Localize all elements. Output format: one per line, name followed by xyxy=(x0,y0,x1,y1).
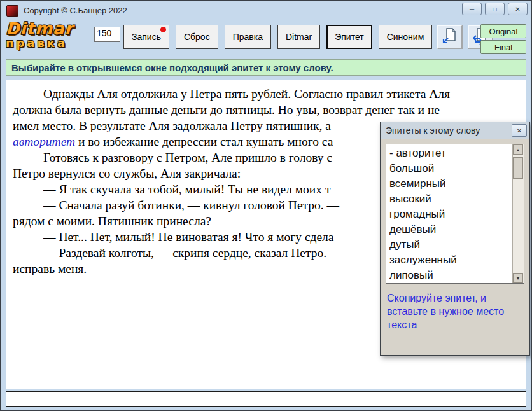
logo-text-ditmar: Ditmar xyxy=(6,20,73,37)
window-controls: ─ □ ✕ xyxy=(462,3,528,15)
popup-close-icon: ✕ xyxy=(517,127,522,134)
maximize-button[interactable]: □ xyxy=(485,3,505,15)
record-button[interactable]: Запись xyxy=(123,25,169,49)
list-item[interactable]: дешёвый xyxy=(386,222,513,237)
record-button-label: Запись xyxy=(132,32,161,42)
instruction-bar: Выбирайте в открывшемся окне подходящий … xyxy=(6,59,526,76)
list-item[interactable]: липовый xyxy=(386,268,513,283)
app-logo: Ditmar правка xyxy=(6,20,73,49)
list-item[interactable]: большой xyxy=(386,161,513,176)
close-icon: ✕ xyxy=(515,6,520,13)
reset-button-label: Сброс xyxy=(184,32,210,42)
list-scrollbar[interactable]: ▲ ▼ xyxy=(512,144,524,283)
counter-field[interactable]: 150 xyxy=(94,27,120,42)
document-line: должна была вернуть данные деньги до пят… xyxy=(13,102,519,118)
instruction-text: Выбирайте в открывшемся окне подходящий … xyxy=(11,62,333,73)
list-item[interactable]: высокий xyxy=(386,192,513,207)
toolbar-buttons: Запись Сброс Правка Ditmar Эпитет Синони… xyxy=(123,25,493,49)
epithets-popup: Эпитеты к этому слову ✕ - авторитет боль… xyxy=(380,122,530,356)
synonym-button-label: Синоним xyxy=(387,32,424,42)
maximize-icon: □ xyxy=(493,6,496,13)
synonym-button[interactable]: Синоним xyxy=(379,25,433,49)
popup-title-bar: Эпитеты к этому слову ✕ xyxy=(381,122,529,139)
list-item[interactable]: - авторитет xyxy=(386,146,513,161)
ditmar-button-label: Ditmar xyxy=(286,32,312,42)
epithet-list: - авторитет большой всемирный высокий гр… xyxy=(386,146,513,283)
scroll-down-icon: ▼ xyxy=(516,276,521,281)
original-button[interactable]: Original xyxy=(480,24,526,38)
edit-button-label: Правка xyxy=(233,32,263,42)
popup-title: Эпитеты к этому слову xyxy=(386,125,480,136)
minimize-icon: ─ xyxy=(470,6,474,13)
toolbar: Ditmar правка 150 Запись Сброс Правка Di… xyxy=(1,20,531,58)
app-icon xyxy=(6,5,18,17)
close-button[interactable]: ✕ xyxy=(508,3,528,15)
edit-button[interactable]: Правка xyxy=(225,25,271,49)
popup-hint-text: Скопируйте эпитет, и вставьте в нужное м… xyxy=(387,291,523,331)
epithet-button[interactable]: Эпитет xyxy=(326,25,372,49)
window-title: Copyright © С.Банцер 2022 xyxy=(24,6,127,15)
list-item[interactable]: всемирный xyxy=(386,176,513,192)
copy-document-button[interactable] xyxy=(437,25,463,49)
document-line-text: и во избежание депрессии стал кушать мно… xyxy=(75,135,333,148)
title-bar: Copyright © С.Банцер 2022 xyxy=(3,3,529,18)
scroll-down-button[interactable]: ▼ xyxy=(513,273,523,283)
document-line: Однажды Аля отдолжила у Петра пять рубле… xyxy=(13,86,519,102)
scrollbar-thumb[interactable] xyxy=(513,157,523,179)
minimize-button[interactable]: ─ xyxy=(462,3,482,15)
original-final-group: Original Final xyxy=(480,24,526,54)
final-button[interactable]: Final xyxy=(480,40,526,54)
ditmar-button[interactable]: Ditmar xyxy=(277,25,320,49)
scroll-up-button[interactable]: ▲ xyxy=(513,144,523,155)
bottom-text-field[interactable] xyxy=(6,391,526,407)
app-window: Copyright © С.Банцер 2022 ─ □ ✕ Ditmar п… xyxy=(0,0,532,411)
highlighted-word[interactable]: авторитет xyxy=(13,135,75,148)
reset-button[interactable]: Сброс xyxy=(176,25,218,49)
list-item[interactable]: дутый xyxy=(386,237,513,253)
record-indicator-icon xyxy=(160,27,166,32)
epithet-button-label: Эпитет xyxy=(335,32,363,42)
epithet-listbox: - авторитет большой всемирный высокий гр… xyxy=(386,144,524,284)
copy-document-icon xyxy=(441,27,459,47)
scroll-up-icon: ▲ xyxy=(516,148,521,152)
popup-close-button[interactable]: ✕ xyxy=(512,124,527,137)
list-item[interactable]: заслуженный xyxy=(386,253,513,268)
list-item[interactable]: громадный xyxy=(386,207,513,222)
logo-text-pravka: правка xyxy=(6,38,73,49)
